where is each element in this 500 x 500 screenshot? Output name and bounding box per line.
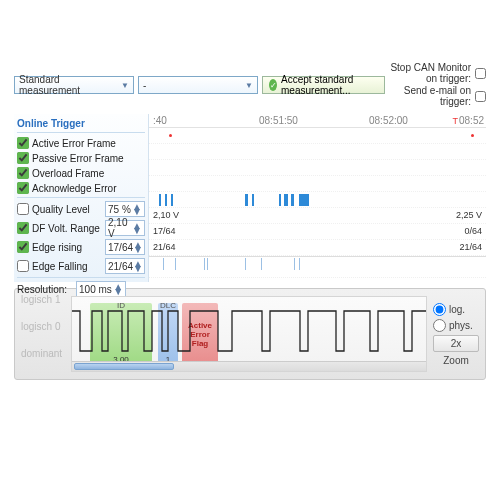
waveform-trace <box>72 297 427 363</box>
phys-radio[interactable]: phys. <box>433 319 479 332</box>
spinner-arrows-icon: ▲▼ <box>133 242 143 252</box>
check-icon: ✓ <box>269 79 277 91</box>
spinner-arrows-icon: ▲▼ <box>132 204 142 214</box>
lane-overload <box>149 160 486 176</box>
oscilloscope-panel: logisch 1 logisch 0 dominant ID 3 00 DLC… <box>14 288 486 380</box>
accept-button-label: Accept standard measurement... <box>281 74 378 96</box>
ack-error-checkbox[interactable] <box>17 182 29 194</box>
event-dot <box>471 134 474 137</box>
lane-active-error: T <box>149 128 486 144</box>
event-dot <box>169 134 172 137</box>
spinner-arrows-icon: ▲▼ <box>132 223 142 233</box>
edge-falling-checkbox[interactable] <box>17 260 29 272</box>
chevron-down-icon: ▼ <box>121 81 129 90</box>
spinner-arrows-icon: ▲▼ <box>133 261 143 271</box>
scope-scrollbar[interactable] <box>72 361 426 371</box>
secondary-select[interactable]: - ▼ <box>138 76 258 94</box>
quality-checkbox[interactable] <box>17 203 29 215</box>
trigger-options: Stop CAN Monitor on trigger: Send e-mail… <box>389 62 486 108</box>
panel-title: Online Trigger <box>17 118 145 133</box>
edge-rising-checkbox[interactable] <box>17 241 29 253</box>
lane-edge-falling: 21/64 21/64 <box>149 240 486 256</box>
passive-error-checkbox[interactable] <box>17 152 29 164</box>
lane-resolution <box>149 256 486 278</box>
zoom-label: Zoom <box>433 355 479 366</box>
lane-ack-error <box>149 176 486 192</box>
email-on-trigger-checkbox[interactable] <box>475 91 486 102</box>
dfvolt-spinner[interactable]: 2,10 V▲▼ <box>105 220 145 236</box>
scrollbar-thumb[interactable] <box>74 363 174 370</box>
measurement-select[interactable]: Standard measurement ▼ <box>14 76 134 94</box>
scope-waveform[interactable]: ID 3 00 DLC 1 Active Error Flag <box>71 296 427 372</box>
log-radio[interactable]: log. <box>433 303 479 316</box>
lane-edge-rising: 17/64 0/64 <box>149 224 486 240</box>
lane-quality <box>149 192 486 208</box>
stop-on-trigger-checkbox[interactable] <box>475 68 486 79</box>
lane-passive-error <box>149 144 486 160</box>
resolution-spinner[interactable]: 100 ms▲▼ <box>76 281 126 297</box>
overload-checkbox[interactable] <box>17 167 29 179</box>
quality-spinner[interactable]: 75 %▲▼ <box>105 201 145 217</box>
lane-dfvolt: 2,10 V 2,25 V <box>149 208 486 224</box>
active-error-checkbox[interactable] <box>17 137 29 149</box>
time-axis: :40 08:51:50 08:52:00 08:52 <box>149 114 486 128</box>
chevron-down-icon: ▼ <box>245 81 253 90</box>
spinner-arrows-icon: ▲▼ <box>113 284 123 294</box>
scope-legend: logisch 1 logisch 0 dominant <box>21 294 65 375</box>
dfvolt-checkbox[interactable] <box>17 222 29 234</box>
edge-rising-spinner[interactable]: 17/64▲▼ <box>105 239 145 255</box>
accept-measurement-button[interactable]: ✓ Accept standard measurement... <box>262 76 385 94</box>
trigger-panel: Online Trigger Active Error Frame Passiv… <box>14 114 149 282</box>
zoom-2x-button[interactable]: 2x <box>433 335 479 352</box>
edge-falling-spinner[interactable]: 21/64▲▼ <box>105 258 145 274</box>
timeline-chart[interactable]: :40 08:51:50 08:52:00 08:52 T <box>149 114 486 282</box>
measurement-select-value: Standard measurement <box>19 74 121 96</box>
